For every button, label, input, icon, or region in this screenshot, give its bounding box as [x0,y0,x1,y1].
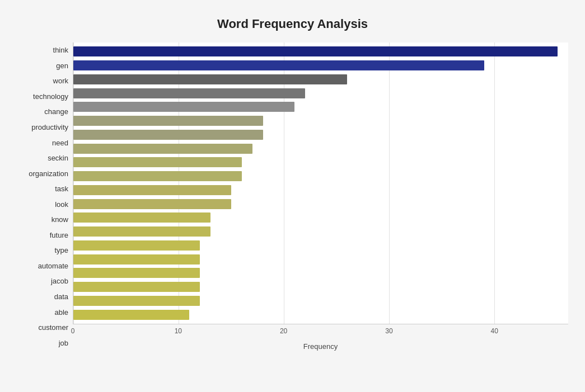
bar-row [73,198,568,210]
y-label: work [53,74,68,88]
bar-row [73,45,568,58]
bar [73,157,242,167]
bar [73,199,231,209]
bar [73,240,200,251]
y-label: automate [38,258,68,273]
bar [73,130,263,140]
y-label: technology [33,89,68,103]
y-label: productivity [31,120,68,135]
bar-row [73,211,568,224]
chart-title: Word Frequency Analysis [17,11,568,31]
bar-row [73,239,568,252]
bar [73,185,231,195]
y-label: think [53,43,68,58]
bar [73,116,263,126]
y-label: look [55,197,68,211]
bar [73,102,294,112]
y-label: know [52,212,68,227]
y-label: job [59,336,68,350]
y-axis: thinkgenworktechnologychangeproductivity… [17,42,73,351]
bar-row [73,73,568,86]
y-label: jacob [51,274,68,289]
y-label: type [54,243,68,258]
y-label: task [55,182,68,196]
bar [73,144,252,154]
bar-row [73,281,568,293]
y-label: able [54,305,68,319]
y-label: organization [29,166,68,181]
bar [73,60,484,70]
bar-row [73,59,568,72]
bar-row [73,309,568,321]
bars-and-x: 010203040 Frequency [73,42,568,351]
bar [73,268,200,278]
bar-row [73,143,568,155]
bar-row [73,170,568,182]
bar-row [73,253,568,266]
x-axis-label: Frequency [73,342,568,351]
chart-container: Word Frequency Analysis thinkgenworktech… [0,0,585,392]
y-label: data [54,290,68,304]
y-label: customer [39,320,68,335]
bar [73,296,200,306]
y-label: gen [56,58,68,73]
x-tick: 20 [280,327,287,335]
bar [73,226,210,237]
y-label: change [44,105,68,119]
bar [73,212,210,223]
x-tick: 10 [175,327,182,335]
bar [73,46,558,56]
bar [73,310,189,320]
x-tick: 40 [491,327,498,335]
bar [73,282,200,292]
bar-row [73,225,568,238]
bar [73,171,242,181]
bar [73,254,200,265]
bar-row [73,267,568,279]
x-tick: 0 [71,327,75,335]
bars-area [73,42,568,324]
bar [73,88,305,98]
bar-row [73,129,568,141]
y-label: need [52,135,68,150]
y-label: seckin [48,151,68,166]
bar-row [73,101,568,113]
x-axis: 010203040 [73,324,568,341]
bar [73,74,347,84]
y-label: future [50,228,68,242]
x-tick: 30 [385,327,392,335]
bar-row [73,295,568,307]
bar-row [73,87,568,100]
bar-row [73,156,568,168]
bar-row [73,184,568,196]
chart-area: thinkgenworktechnologychangeproductivity… [17,42,568,351]
bar-row [73,115,568,127]
